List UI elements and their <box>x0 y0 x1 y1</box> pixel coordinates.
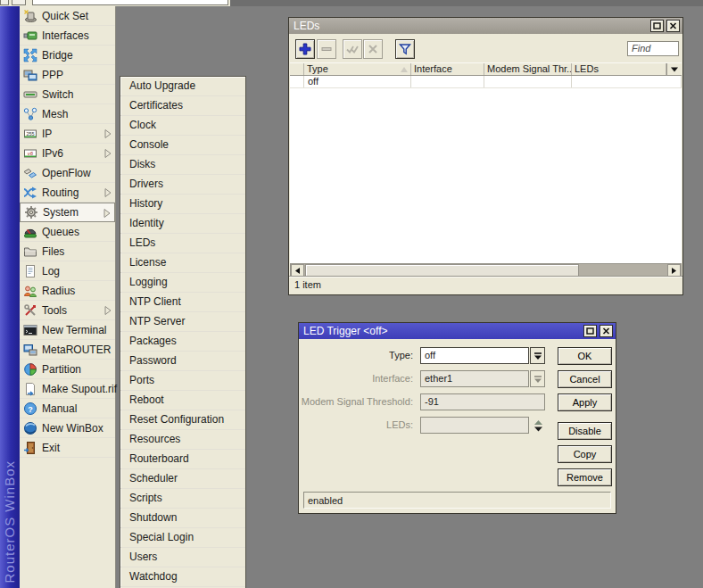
sidebar-item-switch[interactable]: Switch <box>20 85 115 104</box>
chevron-right-icon <box>103 209 111 218</box>
ok-button[interactable]: OK <box>558 347 612 365</box>
add-button[interactable] <box>295 39 315 59</box>
sidebar-item-tools[interactable]: Tools <box>20 301 115 320</box>
submenu-item-scripts[interactable]: Scripts <box>120 489 245 509</box>
maximize-icon[interactable] <box>650 20 664 32</box>
submenu-item-scheduler[interactable]: Scheduler <box>120 469 245 489</box>
close-icon[interactable] <box>600 325 613 337</box>
tools-icon <box>23 303 37 318</box>
sidebar-item-new-terminal[interactable]: New Terminal <box>20 320 115 340</box>
column-header-interface[interactable]: Interface <box>411 63 484 75</box>
submenu-item-ntp-client[interactable]: NTP Client <box>120 293 245 312</box>
bridge-icon <box>23 48 37 62</box>
dropdown-button-type[interactable] <box>530 347 545 364</box>
submenu-item-password[interactable]: Password <box>120 352 245 371</box>
column-select-button[interactable] <box>666 63 682 75</box>
submenu-item-shutdown[interactable]: Shutdown <box>120 509 245 528</box>
sidebar-item-quick-set[interactable]: Quick Set <box>20 6 115 26</box>
led-trigger-titlebar[interactable]: LED Trigger <off> <box>299 323 616 339</box>
field-modem-signal-threshold[interactable]: -91 <box>420 393 545 410</box>
dropdown-button-interface[interactable] <box>530 370 545 387</box>
column-header-leds[interactable]: LEDs <box>572 63 666 75</box>
sidebar-item-metarouter[interactable]: MetaROUTER <box>20 340 115 360</box>
submenu-item-special-login[interactable]: Special Login <box>120 528 245 548</box>
remove-button[interactable] <box>317 39 336 59</box>
disable-button[interactable] <box>363 39 383 59</box>
submenu-item-leds[interactable]: LEDs <box>120 234 245 253</box>
submenu-item-license[interactable]: License <box>120 253 245 273</box>
submenu-item-history[interactable]: History <box>120 195 245 214</box>
leds-window-title: LEDs <box>294 20 319 32</box>
copy-button[interactable]: Copy <box>558 445 612 463</box>
sidebar-item-new-winbox[interactable]: New WinBox <box>20 418 115 438</box>
brand-vertical-text: RouterOS WinBox <box>2 460 17 584</box>
submenu-item-resources[interactable]: Resources <box>120 430 245 450</box>
apply-button[interactable]: Apply <box>558 393 612 411</box>
leds-table-header: TypeInterfaceModem Signal Thr...LEDs <box>290 62 682 76</box>
sidebar-item-mesh[interactable]: Mesh <box>20 104 115 124</box>
submenu-item-packages[interactable]: Packages <box>120 332 245 352</box>
find-input[interactable]: Find <box>627 41 679 56</box>
submenu-item-drivers[interactable]: Drivers <box>120 175 245 195</box>
sidebar-item-ipv6[interactable]: v6IPv6 <box>20 144 115 163</box>
sidebar-item-label: Bridge <box>42 49 73 62</box>
submenu-item-reboot[interactable]: Reboot <box>120 391 245 410</box>
submenu-item-identity[interactable]: Identity <box>120 214 245 234</box>
submenu-item-users[interactable]: Users <box>120 548 245 567</box>
table-row[interactable]: off <box>290 76 682 88</box>
filter-button[interactable] <box>395 39 415 59</box>
submenu-item-console[interactable]: Console <box>120 136 245 155</box>
sidebar-item-radius[interactable]: Radius <box>20 281 115 301</box>
exit-icon <box>23 441 37 455</box>
disable-button[interactable]: Disable <box>558 422 612 440</box>
submenu-item-ports[interactable]: Ports <box>120 371 245 391</box>
sidebar-item-label: PPP <box>42 69 63 81</box>
column-header-label: Interface <box>414 63 452 74</box>
sidebar-item-openflow[interactable]: OpenFlow <box>20 163 115 183</box>
submenu-item-routerboard[interactable]: Routerboard <box>120 450 245 469</box>
submenu-item-certificates[interactable]: Certificates <box>120 96 245 116</box>
add-icon <box>298 42 312 56</box>
submenu-item-ntp-server[interactable]: NTP Server <box>120 312 245 332</box>
field-leds[interactable] <box>420 417 529 434</box>
field-interface[interactable]: ether1 <box>420 370 529 387</box>
remove-button[interactable]: Remove <box>558 468 612 486</box>
sidebar-item-ppp[interactable]: PPP <box>20 65 115 85</box>
ip-icon: 255 <box>23 127 37 141</box>
sidebar-item-bridge[interactable]: Bridge <box>20 46 115 65</box>
sidebar-item-ip[interactable]: 255IP <box>20 124 115 144</box>
sidebar-item-exit[interactable]: Exit <box>20 438 115 458</box>
enable-button[interactable] <box>343 39 362 59</box>
leds-titlebar[interactable]: LEDs <box>289 18 682 34</box>
submenu-item-disks[interactable]: Disks <box>120 155 245 175</box>
sidebar-item-system[interactable]: System <box>20 203 115 222</box>
sidebar-item-files[interactable]: Files <box>20 242 115 261</box>
column-header-modem-signal-thr[interactable]: Modem Signal Thr... <box>484 63 572 75</box>
sidebar-item-interfaces[interactable]: Interfaces <box>20 26 115 46</box>
sidebar-item-queues[interactable]: Queues <box>20 222 115 242</box>
scroll-left-icon[interactable] <box>291 264 304 277</box>
close-icon[interactable] <box>666 20 680 32</box>
submenu-item-logging[interactable]: Logging <box>120 273 245 293</box>
ppp-icon <box>23 68 37 82</box>
column-header-type[interactable]: Type <box>304 63 411 75</box>
cancel-button[interactable]: Cancel <box>558 370 612 388</box>
sidebar-item-routing[interactable]: Routing <box>20 183 115 203</box>
submenu-item-reset-configuration[interactable]: Reset Configuration <box>120 410 245 430</box>
maximize-icon[interactable] <box>583 325 597 337</box>
scrollbar-thumb[interactable] <box>305 264 579 277</box>
submenu-item-clock[interactable]: Clock <box>120 116 245 136</box>
leds-table-body[interactable]: off <box>290 76 682 263</box>
sidebar-item-make-supout-rif[interactable]: Make Supout.rif <box>20 379 115 399</box>
scroll-right-icon[interactable] <box>667 264 681 277</box>
cell-leds <box>572 76 682 87</box>
sidebar-item-manual[interactable]: ?Manual <box>20 399 115 418</box>
submenu-item-auto-upgrade[interactable]: Auto Upgrade <box>120 77 245 96</box>
spinner-leds[interactable] <box>533 418 544 433</box>
metarouter-icon <box>23 343 37 357</box>
sidebar-item-partition[interactable]: Partition <box>20 360 115 379</box>
column-header-label: Modem Signal Thr... <box>487 63 572 74</box>
field-type[interactable]: off <box>420 347 529 364</box>
submenu-item-watchdog[interactable]: Watchdog <box>120 567 245 587</box>
sidebar-item-log[interactable]: Log <box>20 261 115 281</box>
